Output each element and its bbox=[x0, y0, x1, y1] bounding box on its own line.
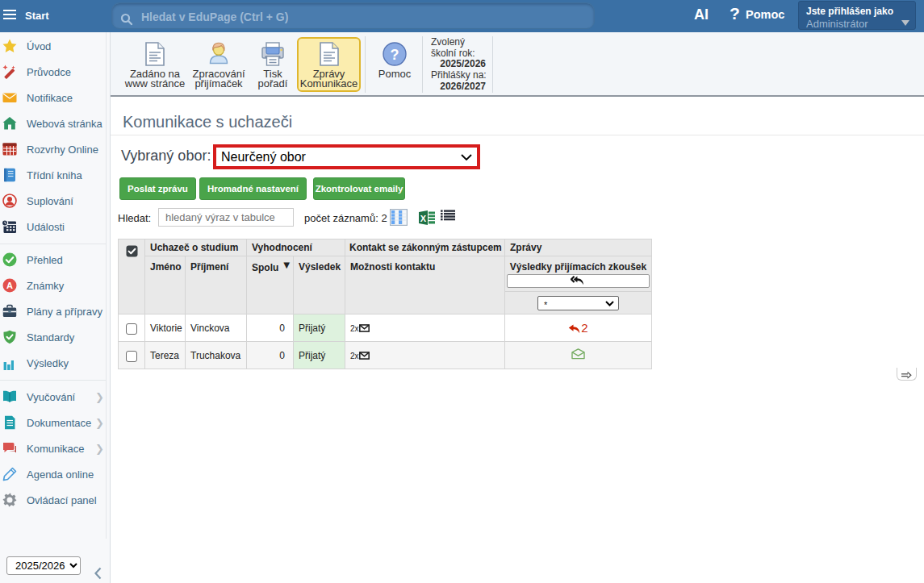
svg-text:X: X bbox=[420, 214, 427, 223]
svg-text:A: A bbox=[6, 281, 13, 290]
svg-text:?: ? bbox=[391, 47, 399, 63]
